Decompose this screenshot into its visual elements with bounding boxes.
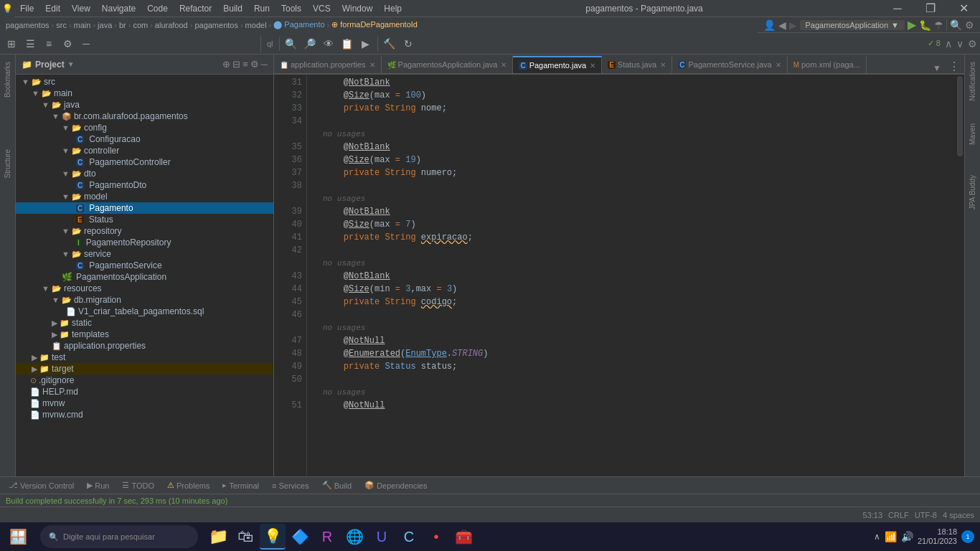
back-button[interactable]: ◀ xyxy=(778,19,786,31)
tab-build[interactable]: 🔨 Build xyxy=(316,478,357,494)
tray-clock[interactable]: 18:18 21/01/2023 xyxy=(918,527,957,546)
toolbar-btn-2[interactable]: ☰ xyxy=(22,35,39,52)
tab-close-btn[interactable]: ✕ xyxy=(660,61,666,69)
tree-item-test[interactable]: ▶ 📁 test xyxy=(16,352,273,363)
debug-button[interactable]: 🐛 xyxy=(919,19,931,31)
tab-overflow-btn[interactable]: ▼ xyxy=(930,63,944,73)
menu-code[interactable]: Code xyxy=(141,0,174,17)
menu-tools[interactable]: Tools xyxy=(275,0,307,17)
tree-item-src[interactable]: ▼ 📂 src xyxy=(16,76,273,88)
menu-vcs[interactable]: VCS xyxy=(307,0,336,17)
tree-item-service[interactable]: ▼ 📂 service xyxy=(16,248,273,260)
bookmarks-panel-label[interactable]: Bookmarks xyxy=(1,57,14,102)
tab-problems[interactable]: ⚠ Problems xyxy=(161,478,215,494)
tree-item-helpmd[interactable]: 📄 HELP.md xyxy=(16,386,273,397)
tree-item-java[interactable]: ▼ 📂 java xyxy=(16,99,273,110)
tree-item-mvnw[interactable]: 📄 mvnw xyxy=(16,397,273,409)
menu-navigate[interactable]: Navigate xyxy=(96,0,141,17)
forward-button[interactable]: ▶ xyxy=(789,19,797,31)
taskbar-icon-app1[interactable]: U xyxy=(369,524,395,550)
find-btn[interactable]: 🔍 xyxy=(283,35,300,52)
project-add-btn[interactable]: ⊕ xyxy=(222,59,230,70)
tree-item-pagamento[interactable]: C Pagamento xyxy=(16,202,273,214)
taskbar-icon-clion[interactable]: C xyxy=(396,524,422,550)
tree-item-config[interactable]: ▼ 📂 config xyxy=(16,122,273,133)
tab-todo[interactable]: ☰ TODO xyxy=(116,478,160,494)
tab-close-btn[interactable]: ✕ xyxy=(501,61,507,69)
coverage-button[interactable]: ☂ xyxy=(934,19,943,31)
settings-toolbar-btn[interactable]: ⚙ xyxy=(59,35,76,52)
project-gear-btn[interactable]: ⚙ xyxy=(250,59,259,70)
taskbar-icon-vs[interactable]: 🔷 xyxy=(287,524,313,550)
editor-scrollbar[interactable] xyxy=(956,75,964,476)
tree-item-model[interactable]: ▼ 📂 model xyxy=(16,191,273,202)
close-toolbar-btn[interactable]: ─ xyxy=(77,35,95,52)
tray-wifi-icon[interactable]: 📶 xyxy=(885,531,897,542)
toolbar-btn-3[interactable]: ≡ xyxy=(40,35,57,52)
breadcrumb-pagamentos[interactable]: pagamentos xyxy=(6,21,50,29)
settings-button[interactable]: ⚙ xyxy=(965,19,974,31)
tray-expand-icon[interactable]: ∧ xyxy=(874,532,880,542)
tray-volume-icon[interactable]: 🔊 xyxy=(901,531,913,542)
tab-pagamento-service[interactable]: C PagamentoService.java ✕ xyxy=(672,56,787,73)
maven-panel-label[interactable]: Maven xyxy=(966,119,979,149)
restore-button[interactable]: ❐ xyxy=(914,0,947,17)
tree-item-configuracao[interactable]: C Configuracao xyxy=(16,133,273,145)
tree-item-templates[interactable]: ▶ 📁 templates xyxy=(16,329,273,340)
menu-file[interactable]: File xyxy=(14,0,39,17)
tab-pagamento[interactable]: C Pagamento.java ✕ xyxy=(513,56,602,75)
tab-terminal[interactable]: ▸ Terminal xyxy=(217,478,265,494)
tree-item-pagamentos-app[interactable]: 🌿 PagamentosApplication xyxy=(16,271,273,283)
taskbar-icon-explorer[interactable]: 📁 xyxy=(205,524,231,550)
tree-item-dto[interactable]: ▼ 📂 dto xyxy=(16,168,273,179)
tab-run[interactable]: ▶ Run xyxy=(81,478,115,494)
tree-item-target[interactable]: ▶ 📁 target xyxy=(16,363,273,375)
tree-item-package[interactable]: ▼ 📦 br.com.alurafood.pagamentos xyxy=(16,110,273,122)
toolbar-btn-1[interactable]: ⊞ xyxy=(3,35,20,52)
tree-item-db-migration[interactable]: ▼ 📂 db.migration xyxy=(16,294,273,306)
tab-pom[interactable]: M pom.xml (paga... xyxy=(788,56,867,73)
menu-refactor[interactable]: Refactor xyxy=(174,0,217,17)
taskbar-icon-rider[interactable]: R xyxy=(314,524,340,550)
tree-item-repository[interactable]: ▼ 📂 repository xyxy=(16,225,273,237)
tree-item-mvnwcmd[interactable]: 📄 mvnw.cmd xyxy=(16,409,273,420)
run-config-selector[interactable]: PagamentosApplication ▼ xyxy=(800,20,905,30)
tree-item-pagamento-dto[interactable]: C PagamentoDto xyxy=(16,179,273,191)
close-button[interactable]: ✕ xyxy=(947,0,980,17)
tree-item-resources[interactable]: ▼ 📂 resources xyxy=(16,283,273,294)
menu-view[interactable]: View xyxy=(66,0,96,17)
code-area[interactable]: @NotBlank @Size(max = 100) private Strin… xyxy=(317,75,956,476)
notifications-panel-label[interactable]: Notifications xyxy=(966,57,979,105)
tab-close-btn[interactable]: ✕ xyxy=(590,62,595,70)
build-btn[interactable]: 🔨 xyxy=(381,35,398,52)
tab-services[interactable]: ≡ Services xyxy=(266,478,315,494)
tab-application-properties[interactable]: 📋 application.properties ✕ xyxy=(274,56,382,73)
menu-window[interactable]: Window xyxy=(336,0,379,17)
tree-item-static[interactable]: ▶ 📁 static xyxy=(16,317,273,329)
usage-btn[interactable]: 👁 xyxy=(320,35,337,52)
tree-item-main[interactable]: ▼ 📂 main xyxy=(16,88,273,99)
editor-content[interactable]: 31 32 33 34 35 36 37 38 39 40 41 42 43 xyxy=(274,75,964,476)
tab-dependencies[interactable]: 📦 Dependencies xyxy=(359,478,433,494)
project-close-btn[interactable]: ─ xyxy=(261,59,268,70)
menu-help[interactable]: Help xyxy=(378,0,407,17)
usage2-btn[interactable]: 📋 xyxy=(339,35,356,52)
taskbar-icon-toolbox[interactable]: 🧰 xyxy=(451,524,476,550)
inspect-btn[interactable]: 🔎 xyxy=(301,35,319,52)
tab-close-btn[interactable]: ✕ xyxy=(776,61,781,69)
jpa-buddy-panel-label[interactable]: JPA Buddy xyxy=(966,171,979,214)
taskbar-icon-store[interactable]: 🛍 xyxy=(232,524,258,550)
project-settings-btn[interactable]: ≡ xyxy=(242,59,248,70)
sync-btn[interactable]: ↻ xyxy=(400,35,417,52)
notification-badge[interactable]: 1 xyxy=(961,530,974,543)
tree-item-sql[interactable]: 📄 V1_criar_tabela_pagamentos.sql xyxy=(16,306,273,317)
tree-item-controller[interactable]: ▼ 📂 controller xyxy=(16,145,273,156)
search-everywhere-button[interactable]: 🔍 xyxy=(950,19,962,31)
tab-status[interactable]: E Status.java ✕ xyxy=(602,56,672,73)
taskbar-icon-intellij[interactable]: 💡 xyxy=(260,524,286,550)
start-button[interactable]: 🪟 xyxy=(0,522,36,551)
profile-button[interactable]: 👤 xyxy=(763,19,776,31)
tab-version-control[interactable]: ⎇ Version Control xyxy=(3,478,80,494)
tree-item-pagamento-controller[interactable]: C PagamentoController xyxy=(16,156,273,168)
tab-actions-btn[interactable]: ⋮ xyxy=(944,60,964,73)
